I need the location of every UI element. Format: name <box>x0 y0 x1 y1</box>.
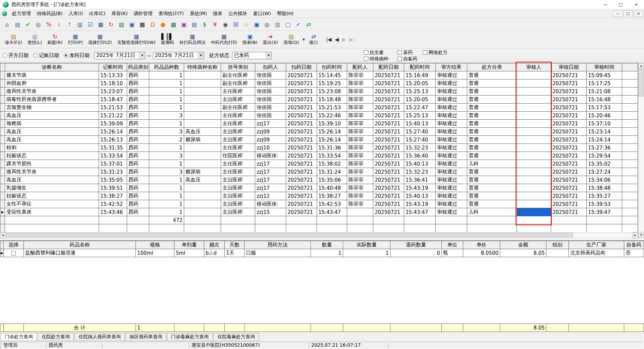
close-button[interactable]: × <box>629 0 644 9</box>
grid-cell[interactable]: 北京韩美药品有 <box>569 249 624 257</box>
bottom-tab[interactable]: 病区领药单查询 <box>125 333 166 341</box>
grid-cell[interactable]: 乳腺增生 <box>5 184 99 192</box>
grid-cell[interactable]: 20250721 <box>286 168 317 176</box>
grid-cell[interactable]: 高血压 <box>5 128 99 136</box>
grid-cell[interactable]: 副主任医师 <box>221 71 255 79</box>
grid-cell[interactable]: 1 <box>311 249 343 257</box>
grid-cell[interactable]: zzj10 <box>255 144 286 152</box>
grid-cell[interactable]: 20250721 <box>286 160 317 168</box>
table-row[interactable]: 颈椎病15:39:09西药1主任医师zzj172025072115:39:10陈… <box>0 120 638 128</box>
gift-icon[interactable]: ▣ <box>179 20 188 29</box>
grid-cell[interactable]: 审核通过 <box>436 112 467 120</box>
grid-cell[interactable]: 高血压 <box>5 176 99 184</box>
grid-cell[interactable] <box>184 104 221 112</box>
grid-cell[interactable]: 西药 <box>127 128 149 136</box>
grid-cell[interactable]: b.i.d <box>204 249 225 257</box>
grid-cell[interactable]: 472 <box>149 216 184 224</box>
grid-cell[interactable]: 陈菲菲 <box>347 160 373 168</box>
grid-cell[interactable]: 西药 <box>127 152 149 160</box>
grid-cell[interactable]: 15:18:10 <box>99 79 127 88</box>
horizontal-scroll-track[interactable] <box>573 232 632 238</box>
grid-cell[interactable]: 20250721 <box>286 112 317 120</box>
menu-item[interactable]: 报表 <box>210 10 225 18</box>
grid-cell[interactable]: 15:14:45 <box>317 71 347 79</box>
grid-cell[interactable]: 15:26:13 <box>99 136 127 144</box>
grid-cell[interactable]: 普通 <box>467 88 517 96</box>
menu-item[interactable]: 调价管理 <box>130 10 155 18</box>
grid-cell[interactable]: 副主任医师 <box>221 79 255 88</box>
grid-cell[interactable]: 15:21:53 <box>99 104 127 112</box>
save-icon[interactable]: ▣ <box>252 20 261 29</box>
grid-cell[interactable]: 高血压 <box>184 128 221 136</box>
grid-cell[interactable] <box>517 136 551 144</box>
grid-cell[interactable]: 普通 <box>467 112 517 120</box>
table-row[interactable]: 痛风性关节炎15:23:07西药1主任医师张倍国2025072115:23:08… <box>0 88 638 96</box>
grid-cell[interactable] <box>517 88 551 96</box>
grid-cell[interactable] <box>517 104 551 112</box>
grid-cell[interactable]: 20250721 <box>551 192 587 200</box>
grid-cell[interactable]: 审核通过 <box>436 152 467 160</box>
grid-cell[interactable] <box>517 224 551 232</box>
grid-cell[interactable] <box>184 216 221 224</box>
grid-cell[interactable] <box>184 208 221 216</box>
table-row[interactable]: 高血压15:26:13西药2糖尿病主治医师zzj092025072115:26:… <box>0 136 638 144</box>
grid-cell[interactable] <box>517 184 551 192</box>
read-card-button[interactable]: ▤ 读卡(F2) <box>2 33 25 46</box>
grid-cell[interactable]: 粉刺 <box>5 144 99 152</box>
grid-cell[interactable]: 20250721 <box>286 192 317 200</box>
row-selector[interactable] <box>0 200 5 208</box>
grid-cell[interactable] <box>517 152 551 160</box>
grid-cell[interactable]: 1 <box>149 96 184 104</box>
grid-cell[interactable]: 15:32:23 <box>404 168 436 176</box>
grid-cell[interactable]: 20250721 <box>551 152 587 160</box>
filter-checkbox[interactable]: 基药 <box>397 49 423 56</box>
column-header[interactable]: 金额 <box>500 241 546 249</box>
grid-cell[interactable]: 20250721 <box>286 88 317 96</box>
grid-cell[interactable]: 宫颈赘生物 <box>5 104 99 112</box>
grid-cell[interactable]: 住院医师 <box>221 152 255 160</box>
scroll-down-icon[interactable]: ▼ <box>638 232 644 238</box>
grid-cell[interactable]: 普通 <box>467 79 517 88</box>
grid-cell[interactable]: 15:16:48 <box>587 96 622 104</box>
column-header[interactable]: 单剂量 <box>174 241 204 249</box>
grid-cell[interactable]: 膝关节病 <box>5 71 99 79</box>
grid-cell[interactable]: 15:39:53 <box>587 200 622 208</box>
column-header[interactable]: 单位 <box>442 241 463 249</box>
grid-cell[interactable]: 陈菲菲 <box>347 71 373 79</box>
grid-cell[interactable]: 痛风性关节炎 <box>5 88 99 96</box>
grid-cell[interactable]: 20250721 <box>286 136 317 144</box>
grid-cell[interactable] <box>5 216 99 224</box>
grid-cell[interactable]: 15:37:10 <box>587 120 622 128</box>
column-header[interactable]: 用药方法 <box>245 241 311 249</box>
options-dropdown-arrow[interactable]: ▼ <box>303 38 305 41</box>
grid-cell[interactable]: 20250721 <box>373 88 404 96</box>
grid-cell[interactable]: 15:22:47 <box>404 104 436 112</box>
grid-cell[interactable] <box>184 160 221 168</box>
zoom-icon[interactable]: ◎ <box>263 20 271 29</box>
grid-cell[interactable]: 西药 <box>127 176 149 184</box>
grid-cell[interactable] <box>546 249 569 257</box>
grid-cell[interactable]: 20250721 <box>373 184 404 192</box>
grid-cell[interactable]: 20250721 <box>286 144 317 152</box>
grid-cell[interactable]: 1 <box>343 249 390 257</box>
grid-cell[interactable]: zzj17 <box>255 184 286 192</box>
grid-cell[interactable] <box>127 224 149 232</box>
grid-cell[interactable]: 15:36:41 <box>404 176 436 184</box>
grid-cell[interactable]: 15:38:48 <box>587 184 622 192</box>
grid-cell[interactable]: 颈椎病 <box>5 120 99 128</box>
grid-cell[interactable] <box>517 112 551 120</box>
column-header[interactable]: 特殊病种名称 <box>184 63 221 71</box>
grid-cell[interactable]: 1 <box>149 88 184 96</box>
grid-cell[interactable] <box>436 224 467 232</box>
grid-cell[interactable]: 主治医师 <box>221 136 255 144</box>
grid-cell[interactable]: 15:39:10 <box>317 120 347 128</box>
grid-cell[interactable]: 20250721 <box>551 79 587 88</box>
grid-cell[interactable]: 普通 <box>467 120 517 128</box>
grid-cell[interactable]: 主任医师 <box>221 88 255 96</box>
grid-cell[interactable]: 15:39:51 <box>99 184 127 192</box>
monitor-icon[interactable]: ▣ <box>127 20 136 29</box>
bottom-tab[interactable]: 住院病人领药单查询 <box>74 333 125 341</box>
print-icon[interactable]: ▦ <box>96 20 105 29</box>
grid-cell[interactable]: 瓶 <box>442 249 463 257</box>
grid-cell[interactable] <box>149 224 184 232</box>
